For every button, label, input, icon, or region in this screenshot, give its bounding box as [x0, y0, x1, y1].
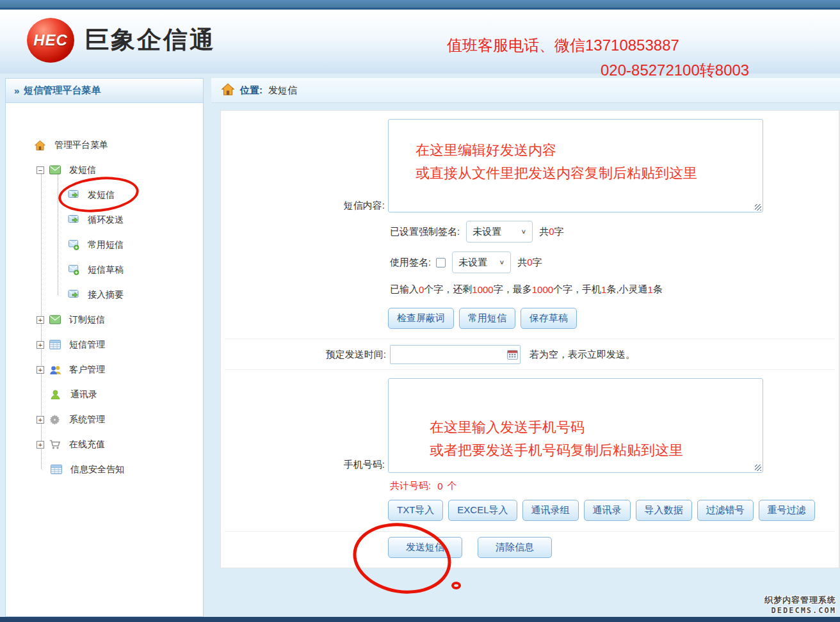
row-divider — [225, 339, 835, 339]
counter-max-count: 1000 — [532, 284, 553, 295]
filter-wrong-numbers-button[interactable]: 过滤错号 — [697, 500, 754, 521]
sidebar-item-platform-menu-root[interactable]: 管理平台菜单 — [6, 132, 203, 157]
excel-import-button[interactable]: EXCEL导入 — [448, 500, 517, 521]
check-blocked-words-button[interactable]: 检查屏蔽词 — [388, 308, 454, 329]
red-dot-annotation — [451, 582, 461, 589]
counter-entered-count: 0 — [419, 284, 424, 295]
red-circle-annotation — [348, 516, 456, 601]
sidebar-item-online-recharge[interactable]: + 在线充值 — [6, 432, 203, 457]
envelope-plus-icon — [68, 239, 82, 251]
table-icon — [51, 464, 65, 475]
sms-content-label: 短信内容: — [221, 200, 385, 212]
sidebar-item-send-sms[interactable]: 发短信 — [6, 182, 203, 207]
sidebar-item-subscribe-sms[interactable]: + 订制短信 — [6, 307, 203, 332]
sms-content-textarea[interactable]: 在这里编辑好发送内容 或直接从文件里把发送内容复制后粘贴到这里 — [388, 119, 763, 212]
breadcrumb-page: 发短信 — [268, 84, 297, 97]
watermark: 织梦内容管理系统 DEDECMS.COM — [764, 594, 836, 615]
sidebar-item-common-sms[interactable]: 常用短信 — [6, 232, 203, 257]
counter-segment: 个字，手机 — [553, 283, 601, 296]
tree-expand-icon[interactable]: + — [36, 341, 44, 349]
sidebar-item-label: 信息安全告知 — [70, 464, 124, 475]
counter-mobile-count: 1 — [601, 284, 606, 295]
sidebar-item-send-sms-group[interactable]: − 发短信 — [6, 157, 203, 182]
txt-import-button[interactable]: TXT导入 — [388, 500, 443, 521]
use-signature-checkbox[interactable] — [436, 258, 446, 267]
user-green-icon — [51, 389, 65, 401]
calendar-icon[interactable] — [507, 349, 518, 360]
sidebar-item-sms-draft[interactable]: 短信草稿 — [6, 257, 203, 282]
footer-bar — [0, 617, 840, 622]
save-draft-button[interactable]: 保存草稿 — [521, 308, 577, 329]
forced-signature-label: 已设置强制签名: — [390, 226, 460, 238]
count-value: 0 — [527, 257, 532, 267]
sidebar-tree: 管理平台菜单 − 发短信 发短信 循环发送 常用短信 短信草稿 接入摘要 — [6, 103, 203, 482]
forced-signature-row: 已设置强制签名: 未设置 ∨ 共0字 — [390, 221, 564, 243]
sidebar-item-sms-management[interactable]: + 短信管理 — [6, 332, 203, 357]
counter-remaining-count: 1000 — [472, 284, 493, 295]
double-chevron-icon: » — [14, 85, 19, 96]
sidebar-item-contacts[interactable]: 通讯录 — [6, 382, 203, 407]
sidebar-item-system-management[interactable]: + 系统管理 — [6, 407, 203, 432]
sidebar-item-access-summary[interactable]: 接入摘要 — [6, 282, 203, 307]
sidebar-item-label: 订制短信 — [69, 314, 105, 326]
row-divider — [225, 369, 835, 370]
total-unit: 个 — [448, 480, 457, 492]
clear-info-button[interactable]: 清除信息 — [478, 537, 552, 558]
use-signature-select[interactable]: 未设置 ∨ — [452, 251, 511, 273]
sidebar-item-label: 循环发送 — [88, 214, 124, 226]
sidebar-item-loop-send[interactable]: 循环发送 — [6, 207, 203, 232]
resize-handle-icon[interactable] — [755, 204, 761, 211]
tree-expand-icon[interactable]: + — [36, 416, 44, 424]
import-data-button[interactable]: 导入数据 — [636, 500, 692, 521]
content-action-buttons: 检查屏蔽词 常用短信 保存草稿 — [388, 308, 577, 329]
envelope-arrow-icon — [68, 214, 82, 226]
count-suffix: 字 — [533, 257, 542, 267]
contacts-button[interactable]: 通讯录 — [584, 500, 631, 521]
common-sms-button[interactable]: 常用短信 — [459, 308, 515, 329]
total-numbers-text: 共计号码: 0 个 — [390, 480, 457, 492]
table-icon — [49, 339, 63, 351]
schedule-row: 预定发送时间: 若为空，表示立即发送。 — [221, 345, 635, 364]
counter-segment: 条 — [653, 283, 663, 296]
sidebar-item-security-notice[interactable]: 信息安全告知 — [6, 457, 203, 482]
use-sign-count: 共0字 — [517, 257, 542, 269]
use-signature-row: 使用签名: 未设置 ∨ 共0字 — [390, 251, 542, 273]
sidebar-item-label: 短信管理 — [69, 339, 105, 351]
schedule-time-label: 预定发送时间: — [221, 349, 386, 361]
sidebar-item-label: 系统管理 — [69, 414, 105, 426]
sidebar-item-label: 客户管理 — [69, 364, 105, 376]
total-value: 0 — [437, 481, 442, 491]
sidebar-item-label: 发短信 — [88, 189, 115, 201]
forced-signature-value: 未设置 — [472, 226, 501, 238]
count-prefix: 共 — [517, 257, 527, 267]
home-icon — [35, 140, 49, 151]
count-prefix: 共 — [539, 226, 549, 237]
phone-numbers-textarea[interactable]: 在这里输入发送手机号码 或者把要发送手机号码复制后粘贴到这里 — [388, 378, 763, 473]
schedule-time-input[interactable] — [390, 345, 521, 364]
hec-logo: HEC — [27, 18, 74, 63]
count-suffix: 字 — [554, 226, 564, 237]
forced-signature-select[interactable]: 未设置 ∨ — [466, 221, 533, 243]
envelope-green-icon — [49, 164, 63, 176]
char-counter-text: 已输入0个字，还剩1000字，最多1000个字，手机1条,小灵通1条 — [390, 283, 663, 296]
resize-handle-icon[interactable] — [755, 465, 761, 471]
phone-hint-annotation-line2: 或者把要发送手机号码复制后粘贴到这里 — [430, 439, 763, 462]
tree-expand-icon[interactable]: + — [36, 441, 44, 449]
send-sms-button[interactable]: 发送短信 — [388, 537, 462, 558]
tree-expand-icon[interactable]: + — [36, 366, 44, 374]
cart-icon — [49, 439, 63, 451]
sidebar-item-customer-management[interactable]: + 客户管理 — [6, 357, 203, 382]
tree-collapse-icon[interactable]: − — [36, 166, 44, 174]
schedule-hint-text: 若为空，表示立即发送。 — [529, 349, 635, 361]
use-signature-value: 未设置 — [458, 257, 487, 269]
sidebar-item-label: 短信草稿 — [88, 264, 124, 276]
filter-duplicates-button[interactable]: 重号过滤 — [759, 500, 815, 521]
counter-pas-count: 1 — [648, 284, 653, 295]
tree-expand-icon[interactable]: + — [36, 316, 44, 324]
send-sms-form-panel: 在这里编辑好发送内容 或直接从文件里把发送内容复制后粘贴到这里 短信内容: 已设… — [220, 110, 839, 568]
counter-segment: 条,小灵通 — [606, 283, 647, 296]
count-value: 0 — [549, 226, 554, 237]
contact-group-button[interactable]: 通讯录组 — [522, 500, 579, 521]
chevron-down-icon: ∨ — [521, 228, 526, 235]
breadcrumb: 位置: 发短信 — [211, 78, 840, 103]
